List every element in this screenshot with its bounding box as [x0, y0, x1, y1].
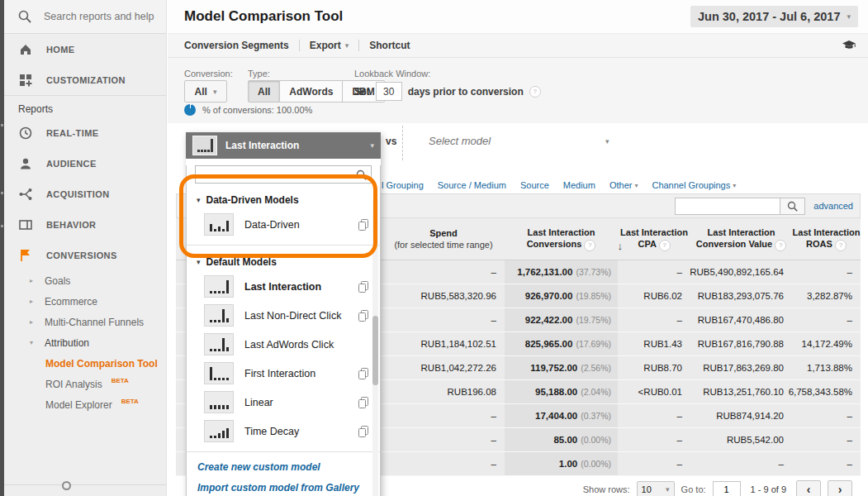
search-icon[interactable] — [780, 198, 805, 215]
conversion-value-cell: RUB17,863,269.80 — [690, 356, 792, 379]
dimension-source[interactable]: Source — [520, 180, 549, 190]
conversions-cell: 85.00(0.00%) — [505, 428, 618, 451]
conversions-cell: 1,762,131.00(37.73%) — [505, 260, 618, 284]
sidebar-item-acquisition[interactable]: ACQUISITION — [4, 179, 166, 209]
export-button[interactable]: Export ▾ — [310, 40, 349, 51]
help-icon[interactable]: ? — [659, 240, 671, 251]
show-rows-label: Show rows: — [583, 484, 630, 494]
dimension-source-medium[interactable]: Source / Medium — [438, 180, 506, 190]
sidebar-item-roi-analysis[interactable]: ROI Analysis BETA — [4, 374, 166, 394]
conversion-label: Conversion: — [184, 69, 233, 79]
model-option-time-decay[interactable]: Time Decay — [187, 417, 380, 446]
sidebar-item-audience[interactable]: AUDIENCE — [4, 148, 166, 179]
sidebar-item-multi-channel-funnels[interactable]: ▸ Multi-Channel Funnels — [4, 312, 166, 332]
dimension-medium[interactable]: Medium — [563, 180, 595, 190]
main-area: Model Comparison Tool Jun 30, 2017 - Jul… — [168, 0, 868, 496]
column-header-spend[interactable]: Spend (for selected time range) — [382, 227, 505, 250]
model-dropdown-panel: ▾ Data-Driven Models Data-Driven ▾ Defau… — [186, 165, 381, 496]
attribution-model-dropdown: Last Interaction ▾ ▾ Data-Driven Models … — [186, 132, 381, 496]
chevron-down-icon: ▾ — [197, 258, 201, 266]
help-icon[interactable]: ? — [775, 240, 786, 251]
sidebar-item-goals[interactable]: ▸ Goals — [4, 270, 166, 291]
conversion-dropdown[interactable]: All ▾ — [184, 80, 227, 103]
education-cap-icon[interactable] — [842, 40, 856, 51]
last-interaction-model-icon — [192, 136, 217, 155]
sidebar-item-attribution[interactable]: ▾ Attribution — [4, 332, 166, 353]
gear-icon[interactable] — [62, 481, 71, 490]
dimension-channel-grouping[interactable]: l Grouping — [382, 180, 424, 190]
sidebar-item-ecommerce[interactable]: ▸ Ecommerce — [4, 291, 166, 312]
default-models-section[interactable]: ▾ Default Models — [197, 256, 370, 268]
model-option-last-interaction[interactable]: Last Interaction — [187, 272, 380, 301]
home-icon — [18, 42, 33, 57]
help-icon[interactable]: ? — [529, 86, 541, 98]
pie-chart-icon — [184, 104, 196, 116]
spend-cell: – — [382, 428, 505, 451]
clock-icon — [18, 126, 33, 141]
model-search-input[interactable] — [200, 168, 356, 181]
conversion-value-cell: RUB167,470,486.80 — [690, 308, 792, 331]
date-range-selector[interactable]: Jun 30, 2017 - Jul 6, 2017 ▾ — [690, 6, 858, 27]
selected-model-button[interactable]: Last Interaction ▾ — [186, 132, 381, 159]
column-header-last-interaction-conversions[interactable]: Last Interaction Conversions ? ↓ — [505, 227, 618, 251]
model-glyph-icon — [204, 391, 234, 413]
lookback-days-input[interactable] — [376, 82, 402, 101]
row-range-label: 1 - 9 of 9 — [751, 484, 786, 494]
show-rows-select[interactable]: 10 ▾ — [637, 481, 675, 496]
sidebar-item-home[interactable]: HOME — [4, 34, 166, 64]
select-model-dropdown[interactable]: Select model — [429, 135, 491, 147]
table-search-input[interactable] — [675, 198, 780, 215]
model-option-first-interaction[interactable]: First Interaction — [187, 359, 380, 388]
behavior-icon — [18, 217, 33, 232]
model-option-last-adwords-click[interactable]: Last AdWords Click — [187, 330, 380, 359]
dropdown-scrollbar-thumb[interactable] — [372, 316, 378, 385]
create-custom-model-link[interactable]: Create new custom model — [197, 461, 369, 473]
sidebar-item-behavior[interactable]: BEHAVIOR — [4, 209, 166, 240]
model-glyph-icon — [204, 213, 234, 236]
copy-model-icon[interactable] — [358, 281, 370, 293]
search-icon — [18, 10, 31, 23]
copy-model-icon[interactable] — [358, 368, 370, 379]
model-option-linear[interactable]: Linear — [187, 388, 380, 417]
column-header-last-interaction-roas[interactable]: Last Interaction ROAS ? — [792, 227, 861, 251]
data-driven-models-section[interactable]: ▾ Data-Driven Models — [197, 194, 370, 206]
type-adwords-button[interactable]: AdWords — [280, 80, 343, 103]
help-icon[interactable]: ? — [835, 240, 847, 251]
conversion-value-cell: RUB5,490,892,165.64 — [690, 260, 792, 284]
import-custom-model-link[interactable]: Import custom model from Gallery — [197, 482, 369, 494]
collapsed-edge-panel — [0, 0, 4, 496]
copy-model-icon[interactable] — [358, 397, 370, 408]
advanced-search-link[interactable]: advanced — [813, 201, 853, 211]
sidebar-item-real-time[interactable]: REAL-TIME — [4, 117, 166, 148]
column-header-last-interaction-cpa[interactable]: Last Interaction CPA ? — [618, 227, 690, 251]
conversions-cell: 119,752.00(2.56%) — [505, 356, 618, 379]
chevron-right-icon: ▸ — [30, 298, 37, 305]
next-page-button[interactable]: › — [828, 480, 852, 496]
sidebar-item-conversions[interactable]: CONVERSIONS — [4, 240, 166, 270]
dimension-other[interactable]: Other ▾ — [609, 180, 638, 190]
column-header-last-interaction-conversion-value[interactable]: Last Interaction Conversion Value ? — [690, 227, 792, 251]
model-option-last-non-direct-click[interactable]: Last Non-Direct Click — [187, 301, 380, 330]
copy-model-icon[interactable] — [358, 219, 370, 231]
sidebar-item-model-comparison-tool[interactable]: Model Comparison Tool — [4, 353, 166, 374]
goto-page-input[interactable] — [713, 481, 741, 496]
sidebar-item-model-explorer[interactable]: Model Explorer BETA — [4, 394, 166, 415]
help-icon[interactable]: ? — [584, 240, 595, 251]
chevron-down-icon: ▾ — [605, 137, 609, 145]
copy-model-icon[interactable] — [358, 426, 370, 437]
conversion-value-cell: RUB183,293,075.76 — [690, 284, 792, 308]
sidebar-item-customization[interactable]: CUSTOMIZATION — [4, 64, 166, 95]
roas-cell: 14,172.49% — [792, 332, 861, 355]
conversion-segments-button[interactable]: Conversion Segments — [184, 40, 289, 51]
customization-icon — [18, 73, 33, 88]
shortcut-button[interactable]: Shortcut — [369, 40, 410, 51]
copy-model-icon[interactable] — [358, 310, 370, 322]
sidebar-search[interactable]: Search reports and help — [4, 0, 166, 34]
chevron-down-icon: ▾ — [370, 141, 374, 150]
previous-page-button[interactable]: ‹ — [796, 480, 821, 496]
type-all-button[interactable]: All — [248, 80, 280, 103]
model-glyph-icon — [204, 362, 234, 384]
dimension-channel-groupings[interactable]: Channel Groupings ▾ — [652, 180, 736, 190]
conversions-cell: 95,188.00(2.04%) — [505, 380, 618, 403]
model-option-data-driven[interactable]: Data-Driven — [187, 210, 380, 239]
